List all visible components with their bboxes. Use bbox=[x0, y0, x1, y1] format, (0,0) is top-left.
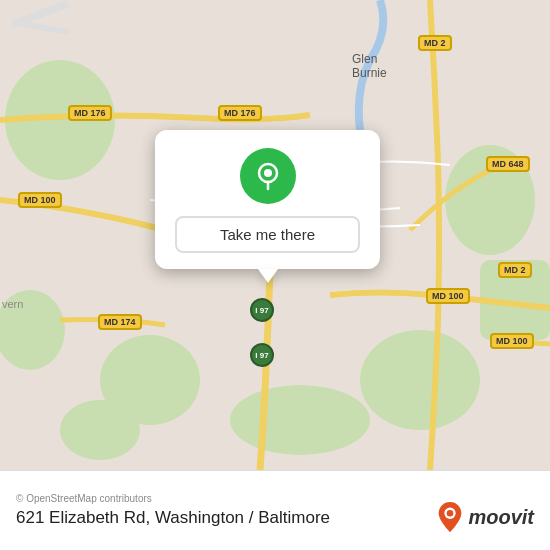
road-badge-md2-right: MD 2 bbox=[498, 262, 532, 278]
svg-point-3 bbox=[360, 330, 480, 430]
bottom-bar: © OpenStreetMap contributors 621 Elizabe… bbox=[0, 470, 550, 550]
road-badge-md648: MD 648 bbox=[486, 156, 530, 172]
svg-point-15 bbox=[447, 510, 454, 517]
svg-point-5 bbox=[230, 385, 370, 455]
glen-burnie-label: GlenBurnie bbox=[352, 52, 387, 81]
moovit-brand-text: moovit bbox=[468, 506, 534, 529]
road-badge-md174: MD 174 bbox=[98, 314, 142, 330]
take-me-there-button[interactable]: Take me there bbox=[175, 216, 360, 253]
moovit-pin-icon bbox=[436, 500, 464, 534]
map-area: MD 176 MD 176 MD 100 MD 174 I 97 I 97 MD… bbox=[0, 0, 550, 470]
road-badge-md176-left: MD 176 bbox=[68, 105, 112, 121]
location-pin-icon bbox=[253, 161, 283, 191]
road-badge-md176-center: MD 176 bbox=[218, 105, 262, 121]
svg-point-8 bbox=[60, 400, 140, 460]
road-badge-i97-lower: I 97 bbox=[250, 343, 274, 367]
road-badge-md100-farright: MD 100 bbox=[490, 333, 534, 349]
svg-point-12 bbox=[264, 169, 272, 177]
location-icon-circle bbox=[240, 148, 296, 204]
road-badge-md2-top: MD 2 bbox=[418, 35, 452, 51]
location-popup: Take me there bbox=[155, 130, 380, 269]
road-badge-md100-right: MD 100 bbox=[426, 288, 470, 304]
road-badge-i97-upper: I 97 bbox=[250, 298, 274, 322]
moovit-logo: moovit bbox=[436, 500, 534, 534]
area-label-vern: vern bbox=[2, 298, 23, 310]
road-badge-md100-left: MD 100 bbox=[18, 192, 62, 208]
